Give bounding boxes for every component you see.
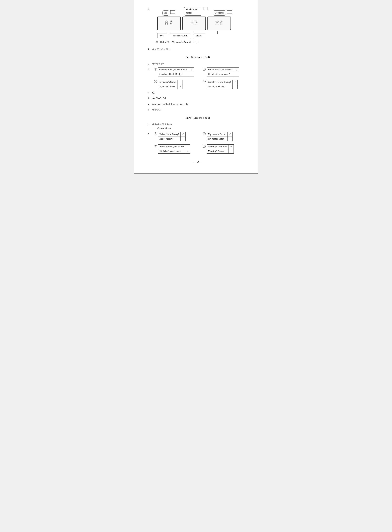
cell-check: √ [229,144,234,149]
circle-2: 2 [203,68,206,71]
part4-q2-table2: My name is David. √ My name's Peter. [207,132,233,141]
part3-q4-answer: Aa Bb Cc Dd [152,97,166,100]
part4-q1-line1: ① B ② a ③ d ④ ant [152,122,248,126]
svg-point-21 [216,21,218,23]
cell-check [178,80,183,84]
svg-point-30 [220,21,222,23]
cell-text: Goodbye, Uncle Booky! [158,72,189,77]
svg-point-15 [192,22,193,22]
circle-4: 4 [203,80,206,83]
answer-box-hello: Hello! [194,33,205,38]
part3-q5-answer: apple cat dog ball door boy ant cake [152,103,189,105]
part3-q2-item3: 3 My name's Cathy. My name's Peter. √ [154,80,199,89]
character-svg-3 [214,18,224,29]
part4-q2-item4: 4 Morning! I'm Cathy. √ Morning! I'm Ann… [203,144,248,154]
cell-text: Hello, Uncle Booky! [158,132,180,137]
part3-q1-answer: ①√ ②√ ③× [152,62,164,65]
cell-text: Good morning, Uncle Booky! [158,67,189,72]
part3-q2-table3: My name's Cathy. My name's Peter. √ [158,80,183,89]
cell-check: √ [189,67,194,72]
part3-q1-row: 1. ①√ ②√ ③× [148,62,248,66]
cell-check: √ [178,84,183,89]
part3-q6-content: ①④③② [152,108,248,112]
svg-point-17 [195,21,197,23]
cell-check: √ [232,80,237,84]
svg-line-28 [216,23,216,25]
bubble-goodbye: Goodbye! [213,10,226,15]
svg-point-23 [216,22,217,22]
cell-text: My name's Peter. [158,84,178,89]
part4-q2-row: 2. 1 Hello, Uncle Booky! √ Hello, Mocky! [148,132,248,154]
cell-check: √ [180,132,185,137]
svg-point-18 [196,22,196,22]
cell-check: √ [234,67,239,72]
part3-q4-row: 4. Aa Bb Cc Dd [148,96,248,100]
part3-q3-content: 略 [152,91,248,95]
cell-check [232,84,237,89]
part3-q3-answer: 略 [152,91,155,94]
part3-q2-table4: Goodbye, Uncle Booky! √ Goodbye, Mocky! [207,80,238,89]
cell-text: Hello, Mocky! [158,137,180,141]
bubble-hi: Hi! [163,10,169,15]
cell-check [189,72,194,77]
part3-q2-grid: 1 Good morning, Uncle Booky! √ Goodbye, … [154,67,248,89]
svg-point-11 [171,23,171,24]
svg-point-31 [221,21,221,22]
part3-q3-row: 3. 略 [148,91,248,95]
svg-point-13 [191,21,193,23]
q5-result: ①—Hello! ②—My name's Ann. ③—Bye! [156,40,248,44]
svg-rect-20 [195,23,197,25]
svg-point-19 [196,22,197,22]
cell-text: Hello! What's your name? [158,144,185,149]
part4-q2-item3: 3 Hello! What's your name? Hi! What's yo… [154,144,199,154]
character-box-1 [157,17,181,30]
cell-text: My name is David. [207,132,227,137]
cell-text: Goodbye, Mocky! [207,84,232,89]
svg-rect-3 [165,23,168,25]
part3-q2-content: 1 Good morning, Uncle Booky! √ Goodbye, … [152,67,248,89]
part3-q2-number: 2. [148,67,152,71]
part3-q1-number: 1. [148,62,152,66]
circle-p4-1: 1 [154,132,157,135]
page-number: — 52 — [148,160,248,164]
part3-header: Part 3(Lessons 3 & 4) [148,55,248,59]
svg-point-7 [171,21,171,22]
part3-q6-answer: ①④③② [152,108,161,111]
part4-q1-content: ① B ② a ③ d ④ ant ⑤ door ⑥ cat [152,122,248,130]
cell-text: My name's Cathy. [158,80,178,84]
bottom-line [134,173,258,174]
illustration: Hi! What's your name? Goodbye! [156,7,248,44]
part4-q2-grid: 1 Hello, Uncle Booky! √ Hello, Mocky! [154,132,248,154]
part4-header: Part 4(Lessons 5 & 6) [148,116,248,120]
cell-check [229,149,234,154]
part4-q1-number: 1. [148,122,152,126]
part3-q5-row: 5. apple cat dog ball door boy ant cake [148,102,248,106]
part3-q2-row: 2. 1 Good morning, Uncle Booky! √ Goodby… [148,67,248,89]
part3-q2-item2: 2 Hello! What's your name? √ Hi! What's … [203,67,248,77]
prev-q6-answer: ① a ② c ③ d ④ b [152,48,170,51]
connector-lines [157,31,233,34]
svg-rect-27 [216,23,218,25]
part3-q2-item1: 1 Good morning, Uncle Booky! √ Goodbye, … [154,67,199,77]
svg-point-12 [171,23,172,23]
prev-q5-row: 5. Hi! What's your name? [148,7,248,46]
circle-p4-3: 3 [154,145,157,148]
part4-q1-line2: ⑤ door ⑥ cat [157,126,248,130]
part3-q6-row: 6. ①④③② [148,108,248,112]
svg-point-32 [221,21,222,22]
cell-text: Hi! What's your name? [207,72,234,77]
svg-point-1 [166,22,166,22]
circle-p4-4: 4 [203,145,206,148]
character-svg-1 [164,18,174,29]
character-svg-2 [189,18,199,29]
part3-q5-content: apple cat dog ball door boy ant cake [152,102,248,106]
part4-q2-table3: Hello! What's your name? Hi! What's your… [158,144,191,154]
circle-1: 1 [154,68,157,71]
cell-check: √ [185,149,190,154]
prev-q6-content: ① a ② c ③ d ④ b [152,47,248,51]
part4-q2-table4: Morning! I'm Cathy. √ Morning! I'm Ann. [207,144,234,154]
answer-box-bye: Bye! [157,33,167,38]
part4-q2-content: 1 Hello, Uncle Booky! √ Hello, Mocky! [152,132,248,154]
part3-q2-table1: Good morning, Uncle Booky! √ Goodbye, Un… [158,67,194,77]
answer-box-myname: My name's Ann. [170,33,191,38]
